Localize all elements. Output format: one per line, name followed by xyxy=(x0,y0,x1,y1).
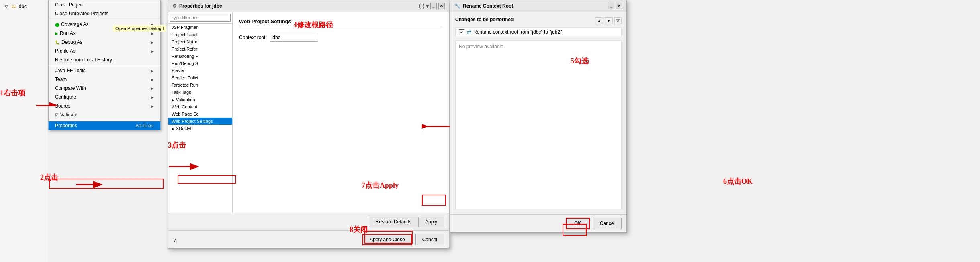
separator-3 xyxy=(49,120,160,120)
rename-close-button[interactable]: ✕ xyxy=(616,3,622,9)
rename-minimize-button[interactable]: _ xyxy=(608,3,614,9)
tree-node-rundebug[interactable]: Run/Debug S xyxy=(168,60,232,67)
project-icon: 🗂 xyxy=(11,4,16,9)
tree-node-jsp[interactable]: JSP Fragmen xyxy=(168,24,232,31)
tree-node-tasktags[interactable]: Task Tags xyxy=(168,89,232,96)
arrow-icon: ▶ xyxy=(151,104,154,108)
coverage-icon: ⬤ xyxy=(55,22,59,27)
toolbar-filter-icon[interactable]: ▽ xyxy=(614,17,622,24)
arrow-icon: ▶ xyxy=(151,95,154,100)
rename-dialog-content: Changes to be performed ▲ ▼ ▽ ✓ ⇄ Rename… xyxy=(450,12,626,214)
tree-item-jdbc[interactable]: ▽ 🗂 jdbc xyxy=(0,2,48,11)
rename-changes-header: Changes to be performed xyxy=(455,17,514,22)
tree-node-targeted[interactable]: Targeted Run xyxy=(168,81,232,89)
apply-and-close-button[interactable]: Apply and Close xyxy=(362,234,412,245)
tree-node-nature[interactable]: Project Natur xyxy=(168,38,232,45)
context-menu-validate[interactable]: ☑ Validate xyxy=(49,110,160,119)
titlebar-left: ⚙ Properties for jdbc xyxy=(172,3,222,9)
separator-2 xyxy=(49,65,160,65)
context-menu-team[interactable]: Team ▶ xyxy=(49,75,160,84)
tree-node-server[interactable]: Server xyxy=(168,67,232,74)
rename-toolbar: ▲ ▼ ▽ xyxy=(595,17,622,24)
properties-dialog-content: JSP Fragmen Project Facet Project Natur … xyxy=(168,12,449,213)
toolbar-down-icon[interactable]: ▼ xyxy=(605,17,613,24)
right-panel-title: Web Project Settings xyxy=(239,18,442,26)
rename-titlebar-left: 🔧 Rename Context Root xyxy=(454,3,513,9)
rename-checkbox[interactable]: ✓ xyxy=(459,29,464,35)
context-menu-compare[interactable]: Compare With ▶ xyxy=(49,84,160,93)
arrow-icon: ▶ xyxy=(151,86,154,91)
arrow-icon: ▶ xyxy=(151,77,154,82)
rename-ok-button[interactable]: OK xyxy=(566,218,590,229)
filter-input[interactable] xyxy=(170,14,231,22)
window-buttons: ⟨ ⟩ ▾ _ ✕ xyxy=(419,3,445,9)
rename-dialog-footer: OK Cancel xyxy=(450,214,626,232)
rename-dialog-title: Rename Context Root xyxy=(463,3,513,9)
rename-dialog-titlebar: 🔧 Rename Context Root _ ✕ xyxy=(450,0,626,12)
rename-item-icon: ⇄ xyxy=(467,29,471,35)
rename-window-buttons: _ ✕ xyxy=(608,3,622,9)
separator-1 xyxy=(49,19,160,19)
context-root-row: Context root: xyxy=(239,33,442,42)
nav-forward-icon[interactable]: ⟩ xyxy=(422,3,424,9)
close-button[interactable]: ✕ xyxy=(438,3,445,9)
apply-button[interactable]: Apply xyxy=(418,217,444,227)
tree-node-reference[interactable]: Project Refer xyxy=(168,45,232,53)
context-root-label: Context root: xyxy=(239,35,267,40)
context-menu-profile-as[interactable]: Profile As ▶ xyxy=(49,47,160,55)
highlight-properties-item xyxy=(49,179,164,189)
arrow-icon: ▶ xyxy=(151,49,154,53)
annotation-step6: 6点击OK xyxy=(723,177,753,186)
tree-node-webproject[interactable]: Web Project Settings xyxy=(168,118,232,125)
properties-left-panel: JSP Fragmen Project Facet Project Natur … xyxy=(168,12,233,213)
context-menu: Close Project Close Unrelated Projects ⬤… xyxy=(48,0,161,130)
properties-title-icon: ⚙ xyxy=(172,3,177,9)
rename-cancel-button[interactable]: Cancel xyxy=(593,218,622,229)
tree-node-validation[interactable]: ▶Validation xyxy=(168,96,232,103)
arrow-icon: ▶ xyxy=(151,40,154,45)
context-menu-source[interactable]: Source ▶ xyxy=(49,102,160,110)
nav-down-icon[interactable]: ▾ xyxy=(426,3,429,9)
arrow-icon: ▶ xyxy=(151,69,154,73)
help-icon[interactable]: ? xyxy=(173,236,176,243)
context-menu-configure[interactable]: Configure ▶ xyxy=(49,93,160,102)
run-icon: ▶ xyxy=(55,31,58,36)
cancel-button[interactable]: Cancel xyxy=(415,234,444,245)
search-area xyxy=(168,12,232,24)
no-preview-text: No preview available xyxy=(459,44,503,49)
restore-defaults-button[interactable]: Restore Defaults xyxy=(369,217,418,227)
minimize-button[interactable]: _ xyxy=(430,3,437,9)
context-menu-close-unrelated[interactable]: Close Unrelated Projects xyxy=(49,9,160,18)
context-menu-debug-as[interactable]: 🐛 Debug As ▶ xyxy=(49,38,160,47)
context-root-input[interactable] xyxy=(270,33,318,42)
rename-item-row: ✓ ⇄ Rename context root from "jdbc" to "… xyxy=(455,27,622,37)
toolbar-up-icon[interactable]: ▲ xyxy=(595,17,603,24)
context-menu-restore-history[interactable]: Restore from Local History... xyxy=(49,55,160,64)
rename-item-label: Rename context root from "jdbc" to "jdb2… xyxy=(473,29,562,35)
properties-right-panel: Web Project Settings Context root: xyxy=(233,12,449,213)
tree-node-webpageed[interactable]: Web Page Ec xyxy=(168,110,232,118)
properties-dialog-title: Properties for jdbc xyxy=(179,3,222,9)
properties-dialog: ⚙ Properties for jdbc ⟨ ⟩ ▾ _ ✕ JSP Frag… xyxy=(168,0,449,249)
expand-icon: ▽ xyxy=(3,3,10,10)
tree-node-webcontent[interactable]: Web Content xyxy=(168,103,232,110)
rename-preview-area: No preview available xyxy=(455,40,622,209)
tree-node-refactoring[interactable]: Refactoring H xyxy=(168,53,232,60)
project-label: jdbc xyxy=(18,4,27,9)
properties-dialog-footer-top: Restore Defaults Apply xyxy=(168,213,449,230)
context-menu-properties[interactable]: Properties Alt+Enter xyxy=(49,121,160,130)
debug-icon: 🐛 xyxy=(55,40,60,45)
context-menu-close-project[interactable]: Close Project xyxy=(49,0,160,9)
rename-title-icon: 🔧 xyxy=(454,3,460,9)
properties-dialog-footer-bottom: ? Apply and Close Cancel xyxy=(168,230,449,248)
sidebar: ▽ 🗂 jdbc xyxy=(0,0,48,262)
nav-back-icon[interactable]: ⟨ xyxy=(419,3,421,9)
tree-node-xdoclet[interactable]: ▶XDoclet xyxy=(168,125,232,132)
context-menu-java-ee[interactable]: Java EE Tools ▶ xyxy=(49,66,160,75)
tree-node-facet[interactable]: Project Facet xyxy=(168,31,232,38)
validate-checkbox: ☑ xyxy=(55,113,59,117)
tree-node-service[interactable]: Service Polici xyxy=(168,74,232,81)
properties-dialog-titlebar: ⚙ Properties for jdbc ⟨ ⟩ ▾ _ ✕ xyxy=(168,0,449,12)
rename-dialog: 🔧 Rename Context Root _ ✕ Changes to be … xyxy=(450,0,627,233)
open-properties-label: Open Properties Dialog I xyxy=(113,25,166,32)
